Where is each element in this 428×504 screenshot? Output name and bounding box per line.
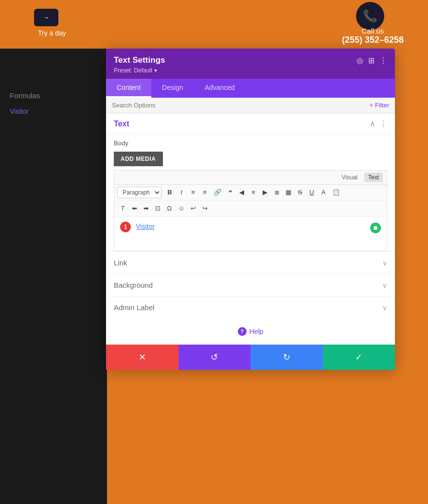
link-chevron-icon: ∨ bbox=[382, 259, 387, 267]
green-status-indicator bbox=[370, 223, 381, 233]
background-section[interactable]: Background ∨ bbox=[106, 274, 395, 296]
bold-button[interactable]: B bbox=[164, 187, 175, 198]
modal-body: Text ∧ ⋮ Body ADD MEDIA Visual Text Para… bbox=[106, 113, 395, 345]
blockquote-button[interactable]: ❝ bbox=[225, 187, 235, 198]
tab-content[interactable]: Content bbox=[106, 79, 151, 98]
toolbar-row-1: Paragraph B I ≡ ≡ 🔗 ❝ ◀ ≡ ▶ ≣ ▦ S U A 📋 bbox=[114, 185, 387, 201]
filter-label: Filter bbox=[375, 102, 389, 109]
tab-design[interactable]: Design bbox=[151, 79, 194, 98]
emoji-button[interactable]: ☺ bbox=[176, 203, 187, 214]
phone-icon: 📞 bbox=[363, 9, 377, 23]
sidebar: Formulas Visitor bbox=[0, 49, 107, 504]
more-icon[interactable]: ⋮ bbox=[379, 56, 387, 65]
strikethrough-button[interactable]: S bbox=[295, 187, 305, 198]
italic-button[interactable]: I bbox=[176, 187, 187, 198]
filter-button[interactable]: + Filter bbox=[370, 102, 389, 109]
align-right-button[interactable]: ▶ bbox=[260, 187, 270, 198]
undo-editor-button[interactable]: ↩ bbox=[188, 203, 198, 214]
ordered-list-button[interactable]: ≡ bbox=[199, 187, 210, 198]
align-justify-button[interactable]: ≣ bbox=[271, 187, 282, 198]
editor-view-toggle: Visual Text bbox=[114, 171, 387, 185]
tab-advanced[interactable]: Advanced bbox=[194, 79, 246, 98]
call-us-label: Call us bbox=[342, 27, 404, 35]
arrow-right-icon: → bbox=[43, 14, 50, 21]
paste-button[interactable]: 📋 bbox=[330, 187, 342, 198]
editor-area: Visual Text Paragraph B I ≡ ≡ 🔗 ❝ ◀ ≡ ▶ … bbox=[114, 170, 387, 251]
redo-editor-button[interactable]: ↪ bbox=[199, 203, 210, 214]
modal-panel: Text Settings ◎ ⊞ ⋮ Preset: Default ▾ Co… bbox=[106, 49, 395, 370]
modal-footer: ✕ ↺ ↻ ✓ bbox=[106, 345, 395, 370]
try-a-day-button[interactable]: → → Try a day bbox=[34, 9, 58, 26]
collapse-icon[interactable]: ∧ bbox=[370, 119, 375, 128]
filter-plus-icon: + bbox=[370, 102, 374, 109]
target-icon[interactable]: ◎ bbox=[357, 56, 363, 65]
grid-icon[interactable]: ⊞ bbox=[368, 56, 374, 65]
add-media-button[interactable]: ADD MEDIA bbox=[114, 152, 163, 166]
text-section-header: Text ∧ ⋮ bbox=[106, 113, 395, 135]
search-bar: + Filter bbox=[106, 98, 395, 113]
call-us-block: Call us (255) 352–6258 bbox=[342, 27, 404, 45]
background-chevron-icon: ∨ bbox=[382, 281, 387, 289]
special-chars-button[interactable]: Ω bbox=[164, 203, 175, 214]
sidebar-formulas-label: Formulas bbox=[0, 87, 107, 104]
green-circle-inner bbox=[374, 226, 377, 230]
text-section-more-icon[interactable]: ⋮ bbox=[379, 119, 387, 128]
unordered-list-button[interactable]: ≡ bbox=[188, 187, 198, 198]
search-options-input[interactable] bbox=[112, 102, 370, 109]
help-section[interactable]: ? Help bbox=[106, 318, 395, 345]
outdent-button[interactable]: ⬅ bbox=[129, 203, 140, 214]
link-button[interactable]: 🔗 bbox=[211, 187, 224, 198]
link-section-title: Link bbox=[114, 259, 127, 267]
modal-preset[interactable]: Preset: Default ▾ bbox=[114, 67, 387, 74]
indent-button[interactable]: ➡ bbox=[141, 203, 151, 214]
help-icon: ? bbox=[238, 327, 247, 336]
help-label: Help bbox=[250, 328, 264, 335]
align-center-button[interactable]: ≡ bbox=[248, 187, 259, 198]
admin-label-title: Admin Label bbox=[114, 303, 154, 312]
fullscreen-button[interactable]: ⊡ bbox=[152, 203, 163, 214]
text-section-title: Text bbox=[114, 120, 129, 128]
admin-label-section[interactable]: Admin Label ∨ bbox=[106, 296, 395, 318]
text-view-button[interactable]: Text bbox=[364, 173, 383, 182]
visual-view-button[interactable]: Visual bbox=[338, 173, 361, 182]
try-a-day-sublabel: Try a day bbox=[38, 29, 66, 37]
call-number: (255) 352–6258 bbox=[342, 35, 404, 45]
body-label: Body bbox=[106, 135, 395, 150]
editor-content[interactable]: 1 Visitor bbox=[114, 217, 387, 251]
table-button[interactable]: ▦ bbox=[283, 187, 294, 198]
sidebar-visitor-label[interactable]: Visitor bbox=[0, 104, 107, 119]
save-button[interactable]: ✓ bbox=[323, 345, 395, 370]
text-color-button[interactable]: A bbox=[318, 187, 329, 198]
indent-left-button[interactable]: T bbox=[117, 203, 128, 214]
phone-icon-circle: 📞 bbox=[356, 2, 384, 30]
undo-button[interactable]: ↺ bbox=[178, 345, 251, 370]
modal-title: Text Settings bbox=[114, 55, 165, 65]
toolbar-row-2: T ⬅ ➡ ⊡ Ω ☺ ↩ ↪ bbox=[114, 201, 387, 217]
modal-header: Text Settings ◎ ⊞ ⋮ Preset: Default ▾ bbox=[106, 49, 395, 79]
visitor-link-text[interactable]: Visitor bbox=[136, 223, 155, 230]
admin-chevron-icon: ∨ bbox=[382, 304, 387, 312]
background-section-title: Background bbox=[114, 281, 153, 289]
modal-header-icons: ◎ ⊞ ⋮ bbox=[357, 56, 387, 65]
step-badge: 1 bbox=[120, 222, 131, 232]
align-left-button[interactable]: ◀ bbox=[236, 187, 247, 198]
link-section[interactable]: Link ∨ bbox=[106, 251, 395, 274]
underline-button[interactable]: U bbox=[306, 187, 317, 198]
paragraph-select[interactable]: Paragraph bbox=[117, 187, 161, 198]
modal-tabs: Content Design Advanced bbox=[106, 79, 395, 98]
cancel-button[interactable]: ✕ bbox=[106, 345, 178, 370]
redo-button[interactable]: ↻ bbox=[250, 345, 323, 370]
